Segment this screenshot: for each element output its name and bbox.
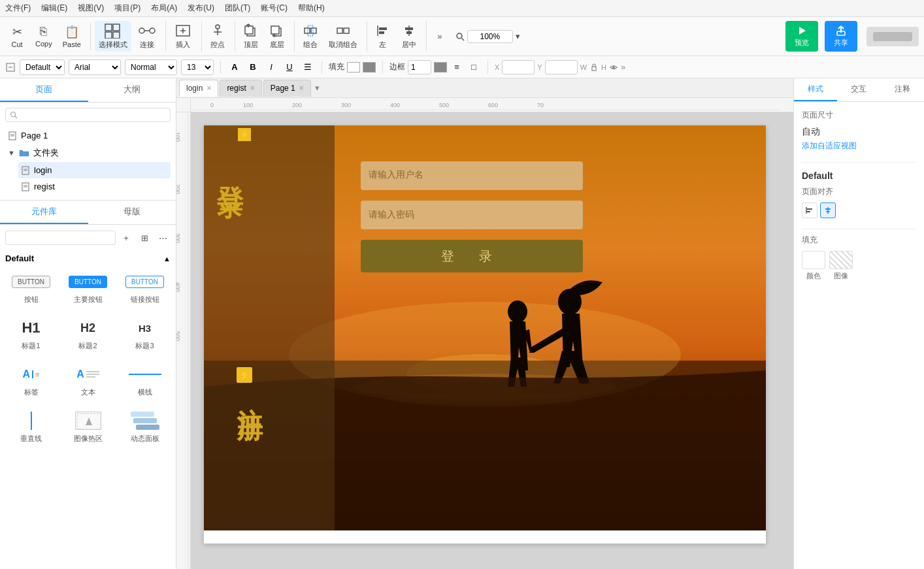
align-center-button[interactable]: 居中	[397, 21, 421, 52]
menu-view[interactable]: 视图(V)	[78, 3, 104, 14]
menu-help[interactable]: 帮助(H)	[298, 3, 325, 14]
group-button[interactable]: 组合	[299, 21, 322, 52]
right-tab-notes[interactable]: 注释	[881, 78, 924, 101]
bold-button[interactable]: A	[227, 60, 242, 74]
login-button[interactable]: 登 录	[361, 240, 583, 272]
border-input[interactable]	[408, 60, 431, 74]
adaptive-view-link[interactable]: 添加自适应视图	[802, 140, 916, 152]
manage-component-btn[interactable]: ⊞	[137, 230, 152, 246]
tab-outline[interactable]: 大纲	[88, 78, 176, 102]
copy-button[interactable]: ⎘ Copy	[31, 23, 56, 50]
username-input[interactable]	[361, 161, 583, 190]
y-input[interactable]	[545, 60, 578, 74]
align-left-button[interactable]: 左	[371, 21, 395, 52]
add-component-btn[interactable]: +	[118, 230, 134, 246]
fill-image-button[interactable]	[829, 251, 853, 269]
page-item-regist[interactable]: regist	[18, 178, 171, 195]
anchor-button[interactable]: 控点	[206, 21, 229, 52]
cut-icon: ✂	[12, 25, 22, 39]
comp-dynamic[interactable]: 动态面板	[119, 406, 171, 447]
right-tab-style[interactable]: 样式	[794, 78, 837, 101]
svg-point-5	[150, 28, 155, 33]
ungroup-button[interactable]: 取消组合	[325, 21, 361, 52]
comp-label[interactable]: A ≡ 标签	[5, 360, 57, 401]
menu-publish[interactable]: 发布(U)	[188, 3, 214, 14]
comp-button[interactable]: BUTTON 按钮	[5, 267, 57, 308]
border-style-btn[interactable]: ≡	[450, 60, 464, 74]
cut-button[interactable]: ✂ Cut	[5, 23, 29, 50]
section-arrow-icon[interactable]: ▲	[163, 255, 171, 263]
paste-icon: 📋	[65, 25, 79, 39]
comp-vline[interactable]: 垂直线	[5, 406, 57, 447]
preview-button[interactable]: 预览	[785, 21, 818, 52]
weight-select[interactable]: Normal	[125, 59, 177, 75]
comp-text-label: 文本	[81, 387, 95, 397]
canvas-tab-page1[interactable]: Page 1 ×	[263, 80, 311, 97]
menu-team[interactable]: 团队(T)	[225, 3, 250, 14]
style-select[interactable]: Default	[20, 59, 65, 75]
page-item-login[interactable]: login	[18, 162, 171, 178]
password-input[interactable]	[361, 201, 583, 229]
page-search-input[interactable]	[20, 110, 166, 120]
paste-button[interactable]: 📋 Paste	[59, 23, 85, 50]
right-tab-interact[interactable]: 交互	[837, 78, 880, 101]
comp-h1[interactable]: H1 标题1	[5, 314, 57, 355]
more-component-btn[interactable]: ⋯	[155, 230, 171, 246]
comp-text[interactable]: A 文本	[62, 360, 114, 401]
top-layer-button[interactable]: 顶层	[239, 21, 263, 52]
share-button[interactable]: 共享	[825, 21, 857, 52]
canvas-tab-login[interactable]: login ×	[179, 80, 218, 97]
border-outer-btn[interactable]: □	[467, 60, 481, 74]
more-button[interactable]: »	[431, 27, 449, 46]
canvas-tab-regist-close[interactable]: ×	[250, 84, 255, 93]
menu-project[interactable]: 项目(P)	[114, 3, 140, 14]
comp-hline[interactable]: 横线	[119, 360, 171, 401]
canvas-dropdown-icon[interactable]: ▾	[315, 83, 320, 93]
tab-component-lib[interactable]: 元件库	[0, 201, 88, 224]
menu-account[interactable]: 账号(C)	[261, 3, 288, 14]
insert-button[interactable]: 插入	[170, 21, 196, 52]
tab-master[interactable]: 母版	[88, 201, 176, 224]
comp-hotspot[interactable]: 图像热区	[62, 406, 114, 447]
canvas-inner[interactable]: 登录 注册 ⚡	[191, 112, 793, 569]
folder-item[interactable]: ▼ 文件夹	[5, 144, 171, 162]
comp-link-button[interactable]: BUTTON 链接按钮	[119, 267, 171, 308]
fill-color-button[interactable]	[802, 251, 825, 269]
comp-h2[interactable]: H2 标题2	[62, 314, 114, 355]
bold-b-button[interactable]: B	[246, 60, 260, 74]
border-color-swatch[interactable]	[434, 62, 447, 73]
comp-h3[interactable]: H3 标题3	[119, 314, 171, 355]
canvas-tab-regist[interactable]: regist ×	[220, 80, 261, 97]
italic-button[interactable]: I	[264, 60, 278, 74]
font-select[interactable]: Arial	[69, 59, 121, 75]
bottom-layer-button[interactable]: 底层	[265, 21, 289, 52]
align-center-btn[interactable]	[820, 203, 836, 218]
zoom-dropdown-icon[interactable]: ▾	[516, 31, 520, 41]
fill-color-swatch[interactable]	[347, 62, 360, 73]
components-header: + ⊞ ⋯	[5, 230, 171, 246]
menu-edit[interactable]: 编辑(E)	[41, 3, 67, 14]
expand-icon[interactable]: »	[621, 62, 625, 72]
list-button[interactable]: ☰	[301, 60, 315, 74]
underline-button[interactable]: U	[282, 60, 297, 74]
x-input[interactable]	[502, 60, 535, 74]
connect-button[interactable]: 连接	[134, 21, 160, 52]
page-item-page1[interactable]: Page 1	[5, 127, 171, 144]
login-btn-text: 登 录	[441, 249, 503, 263]
select-mode-button[interactable]: 选择模式	[95, 21, 131, 52]
tab-pages[interactable]: 页面	[0, 78, 88, 102]
menu-layout[interactable]: 布局(A)	[151, 3, 177, 14]
size-select[interactable]: 13	[181, 59, 214, 75]
svg-line-31	[461, 38, 464, 41]
canvas-tab-page1-close[interactable]: ×	[299, 84, 304, 93]
menu-file[interactable]: 文件(F)	[5, 3, 31, 14]
page-size-label: 页面尺寸	[802, 110, 916, 121]
comp-primary-button[interactable]: BUTTON 主要按钮	[62, 267, 114, 308]
design-canvas[interactable]: 登录 注册 ⚡	[204, 125, 766, 544]
align-left-btn[interactable]	[802, 203, 817, 218]
fill-color-swatch2[interactable]	[363, 62, 376, 73]
zoom-input[interactable]	[467, 30, 513, 43]
canvas-tab-login-close[interactable]: ×	[206, 84, 211, 93]
components-search-input[interactable]	[5, 231, 116, 245]
comp-link-preview: BUTTON	[125, 271, 164, 292]
